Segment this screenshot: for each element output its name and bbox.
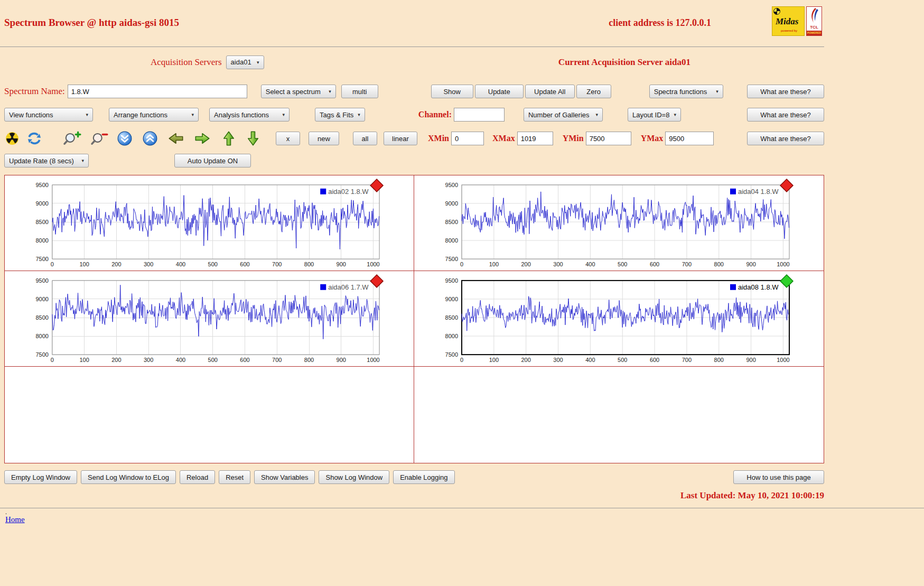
gallery-cell-1[interactable]: 0100200300400500600700800900100075008000… [5,175,414,271]
svg-text:8000: 8000 [35,333,48,339]
number-of-galleries-select[interactable]: Number of Galleries ▾ [524,108,603,122]
svg-text:9000: 9000 [35,200,48,207]
analysis-functions-select[interactable]: Analysis functions ▾ [209,108,290,122]
ymin-input[interactable] [586,132,631,145]
xmax-input[interactable] [517,132,553,145]
status-indicator-diamond[interactable] [780,179,793,192]
midas-logo-text: Midas [776,16,798,27]
svg-text:900: 900 [746,261,755,267]
spectrum-chart: 0100200300400500600700800900100075008000… [414,271,824,366]
svg-text:300: 300 [144,261,153,267]
status-indicator-diamond[interactable] [370,179,383,192]
spectrum-name-input[interactable] [68,85,247,98]
spectrum-series [462,192,789,239]
svg-text:9500: 9500 [445,277,458,284]
tcl-logo-text: TCL [807,25,822,30]
svg-text:200: 200 [111,261,121,267]
footer-button-reset[interactable]: Reset [219,470,250,484]
update-all-button[interactable]: Update All [525,85,575,98]
svg-text:1000: 1000 [367,357,379,363]
zoom-in-icon[interactable] [63,131,81,146]
tcl-powered-logo[interactable]: TCL POWERED [806,6,822,36]
channel-input[interactable] [454,108,505,122]
svg-text:9500: 9500 [35,182,48,188]
svg-text:1000: 1000 [367,261,379,267]
page: Spectrum Browser @ http aidas-gsi 8015 c… [0,0,824,501]
svg-text:500: 500 [618,261,627,267]
what-are-these-button-3[interactable]: What are these? [747,132,824,145]
svg-text:800: 800 [304,357,314,363]
home-link[interactable]: Home [5,515,25,524]
svg-text:7500: 7500 [445,351,458,358]
chevron-down-icon: ▾ [674,112,676,117]
svg-text:300: 300 [553,357,563,363]
footer-button-show-log-window[interactable]: Show Log Window [319,470,389,484]
tcl-powered-band: POWERED [807,31,822,35]
pan-left-icon[interactable] [168,132,184,145]
footer-button-send-log-window-to-elog[interactable]: Send Log Window to ELog [81,470,176,484]
how-to-use-button[interactable]: How to use this page [733,470,824,484]
midas-logo[interactable]: Midas powered by [772,6,805,36]
footer-button-enable-logging[interactable]: Enable Logging [393,470,454,484]
refresh-icon[interactable] [26,131,42,146]
svg-text:900: 900 [746,357,755,363]
chevron-down-icon: ▾ [282,112,285,117]
svg-text:9000: 9000 [445,200,458,207]
view-functions-select[interactable]: View functions ▾ [4,108,93,122]
logos: Midas powered by TCL POWERED [772,6,822,36]
radiation-icon[interactable] [5,132,19,145]
tcl-feather-icon [807,7,822,25]
gallery-cell-3[interactable]: 0100200300400500600700800900100075008000… [5,271,414,367]
tags-fits-select[interactable]: Tags & Fits ▾ [315,108,365,122]
page-title: Spectrum Browser @ http aidas-gsi 8015 [4,17,179,29]
gallery-cell-empty [5,367,414,463]
status-indicator-diamond[interactable] [780,275,793,287]
svg-text:8000: 8000 [445,333,458,339]
zoom-out-icon[interactable] [91,131,109,146]
footer-button-reload[interactable]: Reload [180,470,215,484]
zero-button[interactable]: Zero [576,85,611,98]
spectrum-chart: 0100200300400500600700800900100075008000… [5,271,414,366]
gallery-cell-4[interactable]: 0100200300400500600700800900100075008000… [414,271,824,367]
auto-update-button[interactable]: Auto Update ON [174,154,251,168]
svg-text:0: 0 [51,357,54,363]
arrange-functions-select[interactable]: Arrange functions ▾ [109,108,199,122]
footer-button-empty-log-window[interactable]: Empty Log Window [4,470,77,484]
pan-up-icon[interactable] [222,131,236,146]
what-are-these-button-2[interactable]: What are these? [747,108,824,122]
svg-text:700: 700 [682,261,692,267]
what-are-these-button-1[interactable]: What are these? [747,85,824,98]
select-spectrum-select[interactable]: Select a spectrum ▾ [261,85,336,98]
spectra-functions-select[interactable]: Spectra functions ▾ [649,85,723,98]
svg-text:300: 300 [553,261,563,267]
ymax-label: YMax [641,134,664,143]
svg-text:8500: 8500 [35,314,48,321]
ymax-input[interactable] [665,132,714,145]
svg-text:7500: 7500 [35,256,48,262]
footer-dot: . [5,510,924,514]
linear-button[interactable]: linear [384,132,417,145]
update-button[interactable]: Update [475,85,524,98]
scroll-up-icon[interactable] [143,131,157,146]
chart-legend: aida06 1.7.W [328,283,369,291]
all-button[interactable]: all [353,132,377,145]
new-button[interactable]: new [309,132,339,145]
pan-down-icon[interactable] [246,131,260,146]
status-indicator-diamond[interactable] [370,275,383,287]
gallery-cell-2[interactable]: 0100200300400500600700800900100075008000… [414,175,824,271]
svg-text:800: 800 [714,357,724,363]
show-button[interactable]: Show [431,85,473,98]
svg-text:100: 100 [489,261,499,267]
footer-button-show-variables[interactable]: Show Variables [254,470,315,484]
xmin-input[interactable] [451,132,484,145]
update-rate-select[interactable]: Update Rate (8 secs) ▾ [4,154,89,168]
layout-id-select[interactable]: Layout ID=8 ▾ [628,108,681,122]
functions-row: View functions ▾ Arrange functions ▾ Ana… [0,107,824,122]
scroll-down-icon[interactable] [117,131,132,146]
pan-right-icon[interactable] [194,132,210,145]
svg-text:8500: 8500 [35,219,48,225]
svg-text:0: 0 [51,261,54,267]
acquisition-server-select[interactable]: aida01 ▾ [226,55,264,69]
multi-button[interactable]: multi [341,85,378,98]
x-button[interactable]: x [276,132,300,145]
